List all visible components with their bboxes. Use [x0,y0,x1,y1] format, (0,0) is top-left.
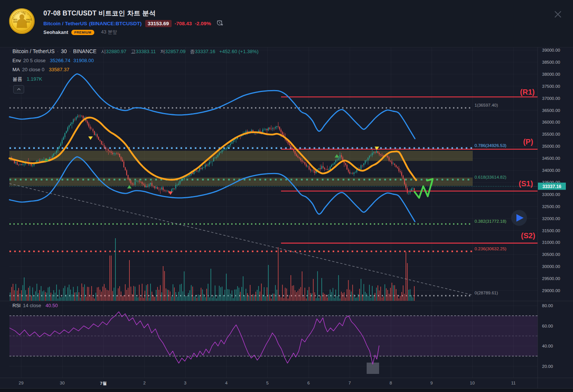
ma-name: MA [12,67,20,72]
price-scale[interactable] [538,47,573,378]
idea-viewer-window: SEOHAK ART INVESTMENT FORUM SEO HAK SINC… [0,0,573,392]
rsi-name: RSI [12,303,21,308]
env-lower-value: 31908.00 [74,58,94,63]
ma-indicator-legend[interactable]: MA20 close 0 33587.37 [12,67,69,72]
env-upper-value: 35266.74 [50,58,70,63]
last-price-label: 33337.16 [538,183,566,190]
env-params: 20 5 close [23,58,45,63]
env-name: Env [12,58,21,63]
env-indicator-legend[interactable]: Env20 5 close 35266.7431908.00 [12,58,94,63]
legend-symbol: Bitcoin / TetherUS [12,48,55,54]
ohlc-low: 32857.09 [165,49,186,54]
ohlc-low-label: 저 [160,49,165,54]
ma-params: 20 close 0 [22,67,45,72]
time-scale[interactable] [0,378,538,388]
legend-exchange: BINANCE [73,48,97,54]
volume-value: 1.197K [27,76,42,82]
ohlc-change: +452.60 (+1.38%) [219,49,258,54]
legend-interval: 30 [61,48,67,54]
ohlc-close: 33337.16 [195,49,215,54]
volume-legend[interactable]: 볼륨 1.197K [12,76,42,83]
main-series-legend[interactable]: Bitcoin / TetherUS·30·BINANCE 시32880.97 … [12,48,258,55]
collapse-legend-button[interactable] [13,85,24,93]
ohlc-high: 33383.11 [136,49,156,54]
rsi-indicator-legend[interactable]: RSI14 close 40.50 [12,303,58,308]
ohlc-high-label: 고 [131,49,136,54]
play-button[interactable] [511,210,527,226]
ohlc-open: 32880.97 [106,49,126,54]
rsi-value: 40.50 [46,303,58,308]
ma-value: 33587.37 [49,67,69,72]
volume-name: 볼륨 [12,76,22,82]
ohlc-open-label: 시 [101,49,106,54]
ohlc-close-label: 종 [190,49,195,54]
rsi-params: 14 close [23,303,41,308]
